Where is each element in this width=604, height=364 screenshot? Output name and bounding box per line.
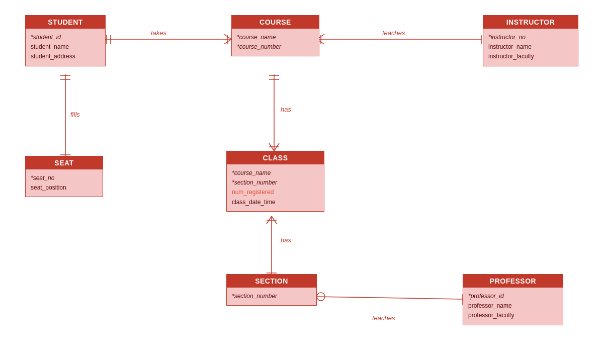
instructor-field-1: instructor_name <box>488 42 573 52</box>
student-field-0: *student_id <box>31 33 100 42</box>
seat-field-0: *seat_no <box>31 173 98 183</box>
class-field-3: class_date_time <box>232 198 319 207</box>
student-entity: STUDENT *student_id student_name student… <box>25 15 106 66</box>
class-field-0: *course_name <box>232 168 319 178</box>
course-body: *course_name *course_number <box>232 29 319 56</box>
professor-header: PROFESSOR <box>463 275 563 288</box>
professor-field-2: professor_faculty <box>468 311 558 320</box>
seat-body: *seat_no seat_position <box>26 169 103 197</box>
professor-field-1: professor_name <box>468 301 558 311</box>
has-class-label: has <box>281 106 291 113</box>
svg-line-20 <box>269 143 274 151</box>
has-section-label: has <box>281 236 291 244</box>
section-body: *section_number <box>227 288 316 305</box>
instructor-entity: INSTRUCTOR *instructor_no instructor_nam… <box>483 15 578 66</box>
course-field-1: *course_number <box>237 42 314 52</box>
teaches-professor-label: teaches <box>372 314 395 322</box>
class-field-2: num_registered <box>232 188 319 197</box>
instructor-field-0: *instructor_no <box>488 33 573 42</box>
section-entity: SECTION *section_number <box>226 274 317 306</box>
student-field-2: student_address <box>31 52 100 61</box>
course-entity: COURSE *course_name *course_number <box>231 15 319 56</box>
professor-field-0: *professor_id <box>468 292 558 301</box>
course-header: COURSE <box>232 16 319 29</box>
class-header: CLASS <box>227 151 324 164</box>
student-field-1: student_name <box>31 42 100 52</box>
takes-label: takes <box>151 29 166 37</box>
svg-line-24 <box>267 216 272 224</box>
svg-line-21 <box>274 143 279 151</box>
svg-point-30 <box>317 293 325 301</box>
instructor-field-2: instructor_faculty <box>488 52 573 61</box>
section-field-0: *section_number <box>232 292 311 301</box>
instructor-body: *instructor_no instructor_name instructo… <box>483 29 578 66</box>
er-diagram: takes teaches fills has has teaches STUD… <box>0 0 604 364</box>
seat-header: SEAT <box>26 156 103 169</box>
instructor-header: INSTRUCTOR <box>483 16 578 29</box>
svg-line-5 <box>224 39 231 44</box>
svg-line-29 <box>314 297 462 299</box>
class-body: *course_name *section_number num_registe… <box>227 164 324 211</box>
student-header: STUDENT <box>26 16 105 29</box>
svg-line-25 <box>272 216 277 224</box>
fills-label: fills <box>70 111 80 118</box>
teaches-instructor-label: teaches <box>382 29 405 37</box>
svg-line-4 <box>224 34 231 39</box>
student-body: *student_id student_name student_address <box>26 29 105 66</box>
professor-body: *professor_id professor_name professor_f… <box>463 288 563 325</box>
course-field-0: *course_name <box>237 33 314 42</box>
seat-field-1: seat_position <box>31 183 98 193</box>
seat-entity: SEAT *seat_no seat_position <box>25 156 103 197</box>
section-header: SECTION <box>227 275 316 288</box>
class-entity: CLASS *course_name *section_number num_r… <box>226 151 324 212</box>
professor-entity: PROFESSOR *professor_id professor_name p… <box>463 274 563 325</box>
class-field-1: *section_number <box>232 178 319 188</box>
